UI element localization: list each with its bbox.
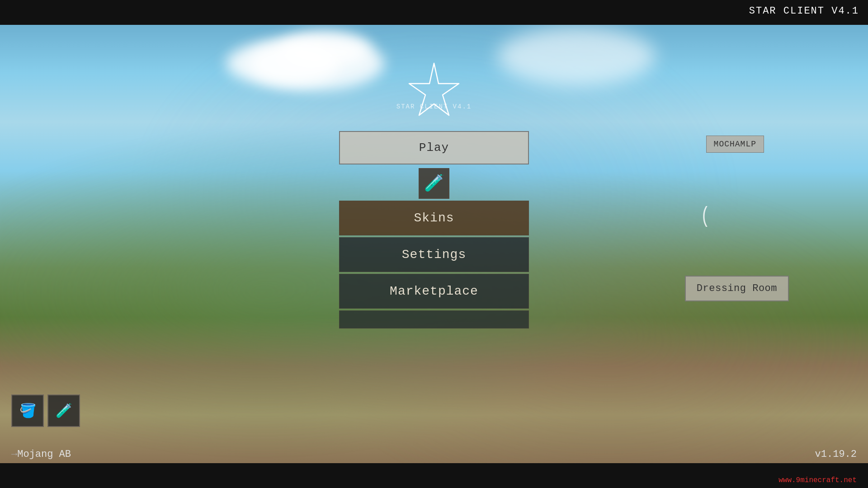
game-version: v1.19.2 (815, 449, 857, 460)
cursor-icon: ( (700, 203, 710, 229)
marketplace-button[interactable]: Marketplace (339, 274, 529, 309)
bottom-bar (0, 463, 868, 488)
skins-button[interactable]: Skins (339, 201, 529, 235)
watermark: www.9minecraft.net (778, 476, 857, 484)
top-bar (0, 0, 868, 25)
mojang-label: Mojang AB (17, 449, 71, 460)
extra-button-partial (339, 310, 529, 328)
server-info: →Mojang AB (11, 449, 71, 460)
potion-emoji: 🧪 (424, 174, 444, 193)
hotbar-slot-2-icon: 🧪 (56, 403, 72, 419)
hotbar-slot-1-icon: 🪣 (19, 403, 36, 419)
hotbar: 🪣 🧪 (11, 394, 80, 427)
cloud-3 (226, 41, 339, 86)
arrow-icon: → (11, 449, 17, 460)
hotbar-slot-1[interactable]: 🪣 (11, 394, 44, 427)
star-logo (405, 61, 463, 122)
client-version-header: STAR CLIENT V4.1 (749, 5, 859, 17)
hotbar-slot-2[interactable]: 🧪 (47, 394, 80, 427)
potion-icon-center: 🧪 (419, 168, 449, 199)
dressing-room-button[interactable]: Dressing Room (685, 276, 789, 301)
play-button[interactable]: Play (339, 131, 529, 164)
center-menu: Play 🧪 Skins Settings Marketplace (339, 25, 529, 328)
star-version-overlay: STAR CLIENT V4.1 (396, 103, 472, 110)
username-badge: MOCHAMLP (706, 136, 764, 153)
settings-button[interactable]: Settings (339, 237, 529, 272)
play-button-wrapper: Play (339, 131, 529, 164)
